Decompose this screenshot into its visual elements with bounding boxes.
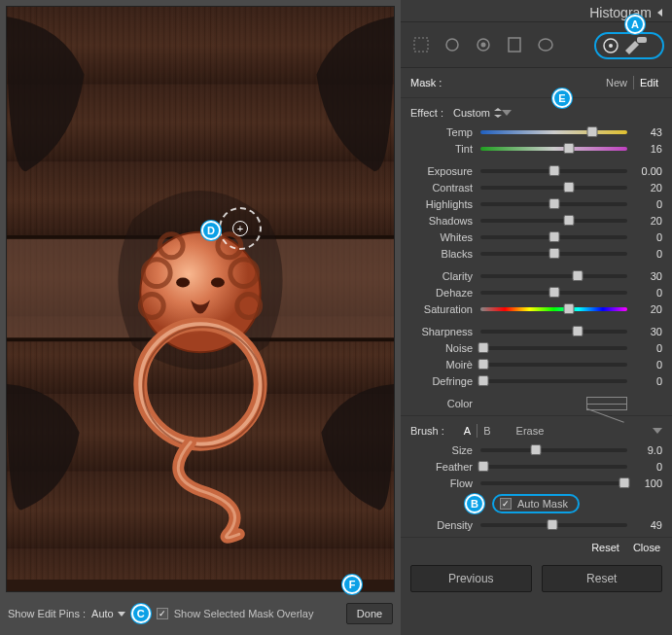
slider-tint[interactable] bbox=[480, 147, 627, 151]
slider-value-clarity: 30 bbox=[627, 270, 662, 282]
slider-value-defringe: 0 bbox=[627, 375, 662, 387]
mask-new-button[interactable]: New bbox=[602, 77, 631, 88]
brush-cursor: + bbox=[219, 207, 262, 250]
redeye-tool-icon[interactable] bbox=[473, 34, 494, 55]
callout-e: E bbox=[552, 88, 572, 108]
spot-tool-icon[interactable] bbox=[442, 34, 463, 55]
slider-shadows[interactable] bbox=[480, 219, 627, 223]
slider-label-sharpness: Sharpness bbox=[410, 326, 480, 337]
slider-density[interactable] bbox=[480, 523, 627, 527]
slider-size[interactable] bbox=[480, 448, 627, 452]
slider-value-saturation: 20 bbox=[627, 303, 662, 315]
previous-button[interactable]: Previous bbox=[410, 565, 532, 592]
svg-point-15 bbox=[176, 278, 190, 288]
color-swatch-picker[interactable] bbox=[586, 397, 627, 410]
brush-a-button[interactable]: A bbox=[460, 425, 475, 437]
svg-rect-28 bbox=[637, 37, 647, 43]
slider-value-dehaze: 0 bbox=[627, 287, 662, 299]
slider-temp[interactable] bbox=[480, 130, 627, 134]
show-edit-pins-label: Show Edit Pins : bbox=[8, 608, 86, 619]
svg-point-23 bbox=[481, 43, 486, 48]
brush-erase-button[interactable]: Erase bbox=[513, 425, 548, 437]
slider-label-contrast: Contrast bbox=[410, 182, 480, 194]
local-adjustment-toolstrip: A bbox=[401, 21, 672, 68]
show-mask-overlay-checkbox[interactable]: ✓ Show Selected Mask Overlay bbox=[157, 608, 314, 619]
slider-value-density: 49 bbox=[627, 519, 662, 531]
slider-value-tint: 16 bbox=[627, 143, 662, 155]
brush-b-button[interactable]: B bbox=[479, 425, 494, 437]
mask-edit-button[interactable]: Edit bbox=[636, 77, 662, 88]
svg-point-25 bbox=[539, 39, 552, 51]
image-canvas[interactable]: + D bbox=[6, 6, 395, 592]
slider-label-blacks: Blacks bbox=[410, 248, 480, 260]
slider-sharpness[interactable] bbox=[480, 330, 627, 334]
slider-label-whites: Whites bbox=[410, 231, 480, 243]
slider-label-size: Size bbox=[410, 444, 480, 456]
effect-disclosure-icon[interactable] bbox=[502, 110, 512, 116]
brush-disclosure-icon[interactable] bbox=[653, 428, 662, 434]
slider-label-defringe: Defringe bbox=[410, 375, 480, 387]
effect-label: Effect : bbox=[410, 107, 443, 119]
svg-point-27 bbox=[609, 44, 613, 48]
show-mask-overlay-label: Show Selected Mask Overlay bbox=[174, 608, 314, 619]
callout-a: A bbox=[625, 15, 645, 34]
slider-value-contrast: 20 bbox=[627, 182, 662, 194]
slider-moirè[interactable] bbox=[480, 363, 627, 367]
brush-label: Brush : bbox=[410, 425, 444, 437]
slider-label-exposure: Exposure bbox=[410, 165, 480, 177]
slider-value-shadows: 20 bbox=[627, 215, 662, 227]
slider-label-clarity: Clarity bbox=[410, 270, 480, 282]
slider-saturation[interactable] bbox=[480, 307, 627, 311]
slider-flow[interactable] bbox=[480, 481, 627, 485]
auto-mask-checkbox[interactable]: ✓ Auto Mask bbox=[492, 494, 580, 513]
slider-feather[interactable] bbox=[480, 465, 627, 469]
slider-value-feather: 0 bbox=[627, 461, 662, 473]
slider-highlights[interactable] bbox=[480, 202, 627, 206]
slider-value-highlights: 0 bbox=[627, 198, 662, 210]
slider-label-feather: Feather bbox=[410, 461, 480, 473]
callout-b: B bbox=[465, 494, 484, 513]
mask-label: Mask : bbox=[410, 77, 442, 88]
svg-point-21 bbox=[446, 39, 458, 51]
slider-value-moirè: 0 bbox=[627, 359, 662, 370]
slider-label-noise: Noise bbox=[410, 342, 480, 354]
svg-rect-20 bbox=[414, 38, 428, 52]
panel-close-button[interactable]: Close bbox=[633, 542, 660, 553]
slider-value-size: 9.0 bbox=[627, 444, 662, 456]
panel-reset-button[interactable]: Reset bbox=[591, 542, 619, 553]
color-label: Color bbox=[410, 398, 480, 409]
slider-label-highlights: Highlights bbox=[410, 198, 480, 210]
slider-label-temp: Temp bbox=[410, 126, 480, 138]
slider-clarity[interactable] bbox=[480, 274, 627, 278]
slider-exposure[interactable] bbox=[480, 169, 627, 173]
slider-value-exposure: 0.00 bbox=[627, 165, 662, 177]
brush-tool-active[interactable] bbox=[594, 32, 664, 59]
slider-defringe[interactable] bbox=[480, 379, 627, 383]
slider-blacks[interactable] bbox=[480, 252, 627, 256]
slider-dehaze[interactable] bbox=[480, 291, 627, 295]
reset-button[interactable]: Reset bbox=[542, 565, 663, 592]
slider-label-tint: Tint bbox=[410, 143, 480, 155]
callout-c: C bbox=[131, 604, 151, 623]
slider-contrast[interactable] bbox=[480, 186, 627, 190]
done-button[interactable]: Done bbox=[346, 603, 393, 624]
auto-mask-label: Auto Mask bbox=[517, 498, 568, 510]
slider-value-blacks: 0 bbox=[627, 248, 662, 260]
svg-rect-24 bbox=[509, 38, 520, 52]
slider-label-saturation: Saturation bbox=[410, 303, 480, 315]
crop-tool-icon[interactable] bbox=[410, 34, 432, 55]
slider-value-sharpness: 30 bbox=[627, 326, 662, 337]
slider-value-flow: 100 bbox=[627, 477, 662, 489]
slider-noise[interactable] bbox=[480, 346, 627, 350]
gradient-tool-icon[interactable] bbox=[504, 34, 525, 55]
effect-preset-dropdown[interactable]: Custom bbox=[453, 107, 502, 119]
radial-tool-icon[interactable] bbox=[535, 34, 556, 55]
slider-label-moirè: Moirè bbox=[410, 359, 480, 370]
slider-whites[interactable] bbox=[480, 235, 627, 239]
callout-f: F bbox=[342, 575, 362, 594]
slider-value-noise: 0 bbox=[627, 342, 662, 354]
panel-collapse-icon[interactable] bbox=[657, 9, 662, 17]
callout-d: D bbox=[201, 221, 221, 240]
edit-pins-mode-dropdown[interactable]: Auto bbox=[91, 608, 125, 619]
svg-point-16 bbox=[211, 278, 225, 288]
